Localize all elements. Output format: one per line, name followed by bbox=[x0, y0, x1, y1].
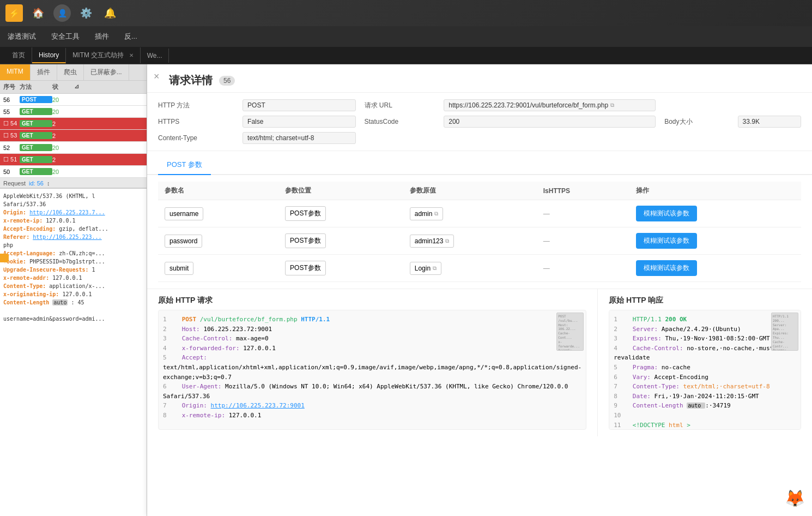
http-req-line-8: 8 x-remote-ip: 127.0.0.1 bbox=[163, 411, 581, 421]
bottom-section: 原始 HTTP 请求 POST /vul/bu...Host: 106.22..… bbox=[147, 289, 812, 436]
https-label: HTTPS bbox=[158, 118, 234, 125]
col-status: 状 bbox=[52, 83, 74, 91]
request-url-value: https://106.225.223.72:9001/vul/burtefor… bbox=[444, 99, 656, 111]
copy-url-icon[interactable]: ⧉ bbox=[610, 102, 614, 109]
request-thumbnail: POST /vul/bu...Host: 106.22...Cache-Cont… bbox=[556, 313, 584, 351]
http-response-content: HTTP/1.1 200...Server: Apa...Expires: Th… bbox=[609, 310, 801, 430]
table-row[interactable]: 55 GET 20 bbox=[0, 106, 147, 118]
modal-close-button[interactable]: × bbox=[154, 71, 160, 82]
nav-pentest[interactable]: 渗透测试 bbox=[5, 28, 38, 45]
table-row[interactable]: ☐ 54 GET 2 bbox=[0, 118, 147, 130]
http-response-section: 原始 HTTP 响应 HTTP/1.1 200...Server: Apa...… bbox=[597, 289, 812, 436]
http-resp-line-7: 7 Content-Type: text/html;·charset=utf-8 bbox=[614, 382, 796, 392]
method-badge: GET bbox=[20, 120, 52, 127]
method-badge: POST bbox=[20, 96, 52, 103]
http-req-line-2: 2 Host: 106.225.223.72:9001 bbox=[163, 325, 581, 334]
request-url-label: 请求 URL bbox=[365, 101, 435, 110]
param-pos-submit: POST参数 bbox=[285, 261, 326, 275]
param-val-password: admin123⧉ bbox=[410, 235, 455, 248]
param-row-username: username POST参数 admin⧉ — 模糊测试该参数 bbox=[158, 200, 801, 227]
copy-username-icon[interactable]: ⧉ bbox=[434, 211, 438, 217]
table-row[interactable]: ☐ 51 GET 2 bbox=[0, 154, 147, 166]
tab-post-params[interactable]: POST 参数 bbox=[158, 155, 211, 175]
https-value: False bbox=[243, 116, 355, 128]
right-panel: × 请求详情 56 HTTP 方法 POST 请求 URL https://10… bbox=[147, 64, 812, 516]
request-panel: AppleWebKit/537.36 (KHTML, l Safari/537.… bbox=[0, 188, 147, 516]
tab-bar: 首页 History MITM 交互式劫持 ✕ We... bbox=[0, 47, 812, 64]
method-badge: GET bbox=[20, 156, 52, 163]
modal-badge: 56 bbox=[219, 76, 235, 86]
settings-icon[interactable]: ⚙️ bbox=[77, 4, 95, 22]
table-row[interactable]: ☐ 53 GET 2 bbox=[0, 130, 147, 142]
col-method: 方法 bbox=[20, 83, 52, 91]
param-pos-password: POST参数 bbox=[285, 233, 326, 248]
modal-title: 请求详情 bbox=[169, 73, 213, 88]
param-val-username: admin⧉ bbox=[410, 207, 444, 220]
info-grid: HTTP 方法 POST 请求 URL https://106.225.223.… bbox=[147, 93, 812, 151]
request-label: Request bbox=[3, 180, 26, 187]
http-resp-line-5: 5 Pragma: no-cache bbox=[614, 363, 796, 373]
table-header: 序号 方法 状 ⊿ bbox=[0, 81, 147, 94]
sub-tab-mitm[interactable]: MITM bbox=[0, 64, 31, 80]
nav-security-tools[interactable]: 安全工具 bbox=[49, 28, 82, 45]
http-resp-line-4: 4 Cache-Control: no-store,·no-cache,·mus… bbox=[614, 344, 796, 363]
http-request-title: 原始 HTTP 请求 bbox=[158, 296, 586, 305]
main-layout: MITM 插件 爬虫 已屏蔽参... 序号 方法 状 ⊿ 56 POST 20 … bbox=[0, 64, 812, 516]
tab-mitm[interactable]: MITM 交互式劫持 ✕ bbox=[66, 47, 140, 63]
body-size-label: Body大小 bbox=[664, 117, 729, 127]
method-badge: GET bbox=[20, 108, 52, 115]
sub-tab-blocked[interactable]: 已屏蔽参... bbox=[84, 64, 129, 80]
request-id: id: 56 bbox=[29, 180, 44, 187]
col-param-name: 参数名 bbox=[158, 182, 278, 200]
app-icon[interactable]: ⚡ bbox=[5, 4, 23, 22]
sub-tab-plugins[interactable]: 插件 bbox=[31, 64, 57, 80]
mascot: 🦊 bbox=[785, 489, 807, 511]
fuzz-password-button[interactable]: 模糊测试该参数 bbox=[636, 233, 697, 249]
param-ishttps-password: — bbox=[543, 237, 550, 245]
table-row[interactable]: 50 GET 20 bbox=[0, 166, 147, 178]
http-resp-line-1: 1 HTTP/1.1 200 OK bbox=[614, 315, 796, 325]
copy-submit-icon[interactable]: ⧉ bbox=[433, 265, 437, 272]
tab-web[interactable]: We... bbox=[141, 49, 169, 63]
method-badge: GET bbox=[20, 144, 52, 151]
http-resp-line-8: 8 Date: Fri,·19·Jan·2024·11:20:15·GMT bbox=[614, 392, 796, 401]
http-resp-line-10: 10 bbox=[614, 411, 796, 421]
request-icon[interactable]: ↕ bbox=[47, 180, 50, 187]
http-request-content: POST /vul/bu...Host: 106.22...Cache-Cont… bbox=[158, 310, 586, 430]
fuzz-submit-button[interactable]: 模糊测试该参数 bbox=[636, 260, 697, 276]
method-badge: GET bbox=[20, 168, 52, 175]
param-ishttps-username: — bbox=[543, 210, 550, 218]
param-row-submit: submit POST参数 Login⧉ — 模糊测试该参数 bbox=[158, 255, 801, 282]
filter-icon[interactable]: ⊿ bbox=[74, 83, 143, 91]
http-resp-line-6: 6 Vary: Accept-Encoding bbox=[614, 373, 796, 382]
tab-home[interactable]: 首页 bbox=[5, 47, 32, 63]
param-name-password: password bbox=[165, 235, 202, 248]
col-action: 操作 bbox=[629, 182, 801, 200]
http-req-line-3: 3 Cache-Control: max-age=0 bbox=[163, 334, 581, 344]
http-request-section: 原始 HTTP 请求 POST /vul/bu...Host: 106.22..… bbox=[147, 289, 597, 436]
fuzz-username-button[interactable]: 模糊测试该参数 bbox=[636, 206, 697, 221]
left-sub-tabs: MITM 插件 爬虫 已屏蔽参... bbox=[0, 64, 147, 81]
param-ishttps-submit: — bbox=[543, 265, 550, 272]
copy-password-icon[interactable]: ⧉ bbox=[445, 238, 449, 244]
tab-close-mitm[interactable]: ✕ bbox=[129, 52, 134, 58]
col-param-value: 参数原值 bbox=[403, 182, 537, 200]
sub-tab-crawler[interactable]: 爬虫 bbox=[57, 64, 84, 80]
table-row[interactable]: 52 GET 20 bbox=[0, 142, 147, 154]
avatar[interactable]: 👤 bbox=[53, 4, 71, 22]
col-id: 序号 bbox=[3, 83, 20, 91]
response-thumbnail: HTTP/1.1 200...Server: Apa...Expires: Th… bbox=[771, 313, 798, 351]
param-val-submit: Login⧉ bbox=[410, 262, 441, 275]
status-code-value: 200 bbox=[444, 116, 656, 128]
tab-history[interactable]: History bbox=[32, 48, 66, 63]
notification-icon[interactable]: 🔔 bbox=[101, 4, 119, 22]
left-panel: MITM 插件 爬虫 已屏蔽参... 序号 方法 状 ⊿ 56 POST 20 … bbox=[0, 64, 147, 516]
home-icon[interactable]: 🏠 bbox=[29, 4, 47, 22]
http-req-line-1: 1 POST /vul/burteforce/bf_form.php HTTP/… bbox=[163, 315, 581, 325]
nav-more[interactable]: 反... bbox=[122, 28, 140, 45]
col-param-pos: 参数位置 bbox=[278, 182, 403, 200]
table-row[interactable]: 56 POST 20 bbox=[0, 94, 147, 106]
nav-plugins[interactable]: 插件 bbox=[93, 28, 111, 45]
side-indicator[interactable]: 已屏蔽参 bbox=[0, 254, 9, 262]
http-response-title: 原始 HTTP 响应 bbox=[609, 296, 801, 305]
